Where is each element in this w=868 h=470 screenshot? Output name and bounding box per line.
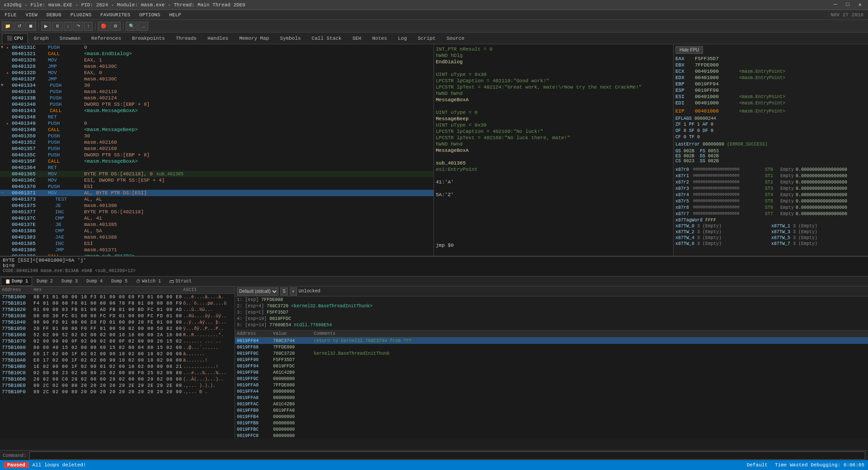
toolbar-step-into[interactable]: ↓ bbox=[64, 22, 72, 31]
disassembly-panel[interactable]: ▼ ● 0040131C PUSH 0 00401321 CALL <masm.… bbox=[0, 44, 434, 256]
disasm-row[interactable]: 00401328 JMP masm.40130C bbox=[0, 63, 434, 70]
disasm-row[interactable]: 00401365 MOV BYTE PTR DS:[402118], 0 sub… bbox=[0, 171, 434, 177]
dump-tab-3[interactable]: Dump 3 bbox=[57, 277, 82, 286]
menu-plugins[interactable]: PLUGINS bbox=[66, 11, 96, 19]
disasm-row[interactable]: 0040135C PUSH DWORD PTR SS:[EBP + 8] bbox=[0, 152, 434, 158]
tab-snowman[interactable]: Snowman bbox=[55, 33, 85, 43]
menu-file[interactable]: FILE bbox=[0, 11, 21, 19]
disasm-row[interactable]: 00401370 PUSH ESI bbox=[0, 183, 434, 190]
tab-graph[interactable]: Graph bbox=[29, 33, 54, 43]
menu-debug[interactable]: DEBUG bbox=[42, 11, 66, 19]
toolbar-step-over[interactable]: ↷ bbox=[73, 22, 83, 31]
struct-tab[interactable]: 🗃 Struct bbox=[165, 277, 196, 286]
disasm-row[interactable]: 00401343 CALL <masm.MessageBoxA> bbox=[0, 108, 434, 114]
flag-zf[interactable]: ZF bbox=[675, 122, 681, 127]
tab-memory[interactable]: Memory Map bbox=[234, 33, 274, 43]
disasm-row[interactable]: 0040134B CALL <masm.MessageBeep> bbox=[0, 127, 434, 133]
dump-content[interactable]: 775B1000 8B F1 01 00 00 10 F3 01 00 00 E… bbox=[0, 294, 235, 438]
disasm-row[interactable]: 0040137C CMP AL, 41 bbox=[0, 215, 434, 221]
dump-row[interactable]: 775B10E0 80 2C 02 00 80 20 20 20 20 29 2… bbox=[0, 382, 235, 389]
menu-options[interactable]: OPTIONS bbox=[135, 11, 165, 19]
stack-row[interactable]: 0019FFB8 00000000 bbox=[235, 420, 868, 426]
disasm-row[interactable]: 0040136C MOV ESI, DWORD PTR SS:[ESP + 4] bbox=[0, 177, 434, 183]
disasm-row[interactable]: ● 00401349 PUSH 0 bbox=[0, 120, 434, 127]
disasm-row[interactable]: 00401383 JAE masm.401388 bbox=[0, 234, 434, 240]
toolbar-restart[interactable]: ↺ bbox=[14, 22, 24, 31]
minimize-button[interactable]: ─ bbox=[831, 1, 840, 8]
close-button[interactable]: ✕ bbox=[856, 1, 864, 8]
collapse-icon[interactable]: ▼ bbox=[1, 45, 6, 50]
disasm-row[interactable]: 00401375 JE masm.401390 bbox=[0, 202, 434, 209]
dump-panel[interactable]: Address Hex ASCII 775B1000 8B F1 01 00 0… bbox=[0, 287, 235, 438]
tab-breakpoints[interactable]: Breakpoints bbox=[127, 33, 170, 43]
disasm-row[interactable]: 00401350 PUSH 30 bbox=[0, 133, 434, 139]
dump-row[interactable]: 775B1030 00 00 30 FC 01 00 00 FC FD 01 0… bbox=[0, 313, 235, 319]
disasm-row[interactable]: ▼ 00401334 PUSH 30 bbox=[0, 82, 434, 89]
reg-ebx-value[interactable]: 7FFDE000 bbox=[695, 62, 736, 68]
stack-row[interactable]: 0019FF84 768C3744 return to kernel32.768… bbox=[235, 338, 868, 344]
disasm-row[interactable]: ● 0040132D MOV EAX, 0 bbox=[0, 70, 434, 76]
disasm-row[interactable]: 00401340 PUSH DWORD PTR SS:[EBP + 8] bbox=[0, 101, 434, 108]
stack-row[interactable]: 0019FF90 F5FF35D7 bbox=[235, 357, 868, 363]
tab-cpu[interactable]: ⬛ CPU bbox=[2, 33, 28, 43]
dump-row[interactable]: 775B1070 02 00 00 90 0F 02 00 02 80 0F 0… bbox=[0, 338, 235, 344]
dump-row[interactable]: 775B10B0 1E 02 00 00 1F 02 00 01 02 00 1… bbox=[0, 363, 235, 370]
dump-row[interactable]: 775B1050 20 FF 01 00 00 F0 FF 01 00 50 8… bbox=[0, 325, 235, 332]
reg-eax-value[interactable]: F5FF35D7 bbox=[695, 56, 736, 61]
toolbar-step-out[interactable]: ↑ bbox=[84, 22, 93, 31]
menu-view[interactable]: VIEW bbox=[21, 11, 42, 19]
toolbar-settings[interactable]: ⚙ bbox=[110, 22, 121, 31]
flag-cf[interactable]: CF bbox=[675, 135, 681, 140]
dump-row[interactable]: 775B1000 8B F1 01 00 00 10 F3 01 00 00 E… bbox=[0, 294, 235, 300]
dump-tab-4[interactable]: Dump 4 bbox=[82, 277, 107, 286]
reg-ecx-value[interactable]: 00401000 bbox=[695, 69, 736, 74]
dump-row[interactable]: 775B1060 52 02 00 52 02 02 00 02 00 16 1… bbox=[0, 332, 235, 338]
toolbar-bp[interactable]: 🔴 bbox=[98, 22, 109, 31]
disasm-row[interactable]: 00401348 RET bbox=[0, 114, 434, 120]
disasm-row[interactable]: 00401336 PUSH masm.402119 bbox=[0, 89, 434, 95]
stack-row[interactable]: 0019FFAC A61C42B9 bbox=[235, 401, 868, 407]
dump-row[interactable]: 775B1020 01 00 00 03 FB 01 00 AD FB 01 0… bbox=[0, 306, 235, 313]
dump-row[interactable]: 775B10F0 80 2C 02 00 80 20 D0 20 20 20 2… bbox=[0, 389, 235, 395]
tab-references[interactable]: References bbox=[86, 33, 126, 43]
dump-tab-5[interactable]: Dump 5 bbox=[107, 277, 132, 286]
dump-row[interactable]: 775B1010 F4 01 00 60 F6 01 00 00 00 70 F… bbox=[0, 300, 235, 306]
flag-sf[interactable]: SF bbox=[689, 128, 694, 133]
disasm-row[interactable]: 00401377 INC BYTE PTR DS:[402118] bbox=[0, 209, 434, 215]
stack-row[interactable]: 0019FF9C 00000000 bbox=[235, 376, 868, 382]
tab-script[interactable]: Script bbox=[413, 33, 441, 43]
tab-handles[interactable]: Handles bbox=[203, 33, 233, 43]
dump-row[interactable]: 775B1090 E0 17 02 00 1F 02 02 00 90 18 0… bbox=[0, 351, 235, 357]
toolbar-more[interactable]: ... bbox=[138, 22, 148, 31]
toolbar-open[interactable]: 📁 bbox=[2, 22, 14, 31]
toolbar-pause[interactable]: ⏸ bbox=[52, 22, 63, 31]
stack-content[interactable]: 0019FF84 768C3744 return to kernel32.768… bbox=[235, 338, 868, 438]
stack-row[interactable]: 0019FFB4 00000000 bbox=[235, 414, 868, 420]
stack-row[interactable]: 0019FF94 0019FFDC bbox=[235, 363, 868, 369]
tab-callstack[interactable]: Call Stack bbox=[307, 33, 346, 43]
flag-pf[interactable]: PF bbox=[689, 122, 694, 127]
disasm-row[interactable]: 00401385 INC ESI bbox=[0, 240, 434, 247]
disasm-row[interactable]: 0040137E JB masm.401385 bbox=[0, 221, 434, 228]
hide-fpu-button[interactable]: Hide FPU bbox=[675, 46, 703, 54]
stack-row[interactable]: 0019FF88 7FFDE000 bbox=[235, 344, 868, 350]
command-input[interactable] bbox=[29, 451, 865, 460]
menu-favourites[interactable]: FAVOURITES bbox=[96, 11, 135, 19]
disasm-current-row[interactable]: → 00401371 MOV AL, BYTE PTR DS:[ESI] bbox=[0, 190, 434, 196]
stack-btn-plus[interactable]: + bbox=[290, 287, 297, 296]
toolbar-run[interactable]: ▶ bbox=[41, 22, 51, 31]
tab-log[interactable]: Log bbox=[393, 33, 412, 43]
disasm-row[interactable]: 0040132F JMP masm.40130C bbox=[0, 76, 434, 82]
disasm-row[interactable]: 00401321 CALL <masm.EndDialog> bbox=[0, 51, 434, 57]
disasm-row[interactable]: 00401380 CMP AL, 5A bbox=[0, 228, 434, 234]
disasm-row[interactable]: 00401386 JMP masm.401371 bbox=[0, 247, 434, 253]
stack-row[interactable]: 0019FF98 A61C42B9 bbox=[235, 369, 868, 376]
disasm-row[interactable]: 00401388 CALL <masm.sub_4013B2> bbox=[0, 253, 434, 256]
tab-seh[interactable]: SEH bbox=[347, 33, 366, 43]
tab-notes[interactable]: Notes bbox=[367, 33, 392, 43]
reg-edx-value[interactable]: 00401000 bbox=[695, 75, 736, 80]
tab-threads[interactable]: Threads bbox=[171, 33, 202, 43]
disasm-row[interactable]: 00401373 TEST AL, AL bbox=[0, 196, 434, 202]
disasm-row[interactable]: 00401364 RET bbox=[0, 164, 434, 171]
reg-esi-value[interactable]: 00401000 bbox=[695, 94, 736, 99]
